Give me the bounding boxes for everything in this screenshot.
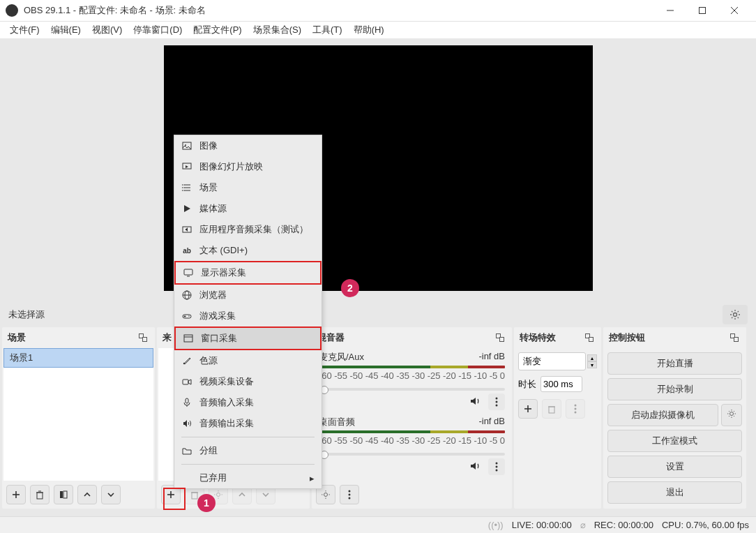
cm-window-capture[interactable]: 窗口采集 bbox=[174, 326, 322, 350]
svg-point-24 bbox=[496, 463, 498, 465]
scene-up-button[interactable] bbox=[77, 485, 97, 504]
menu-help[interactable]: 帮助(H) bbox=[349, 22, 388, 38]
brush-icon bbox=[181, 355, 192, 366]
transition-duration-input[interactable] bbox=[540, 376, 582, 392]
cm-image[interactable]: 图像 bbox=[174, 135, 322, 156]
cm-game-capture[interactable]: 游戏采集 bbox=[174, 306, 322, 326]
network-icon: ((•)) bbox=[488, 520, 504, 530]
virtualcam-config-button[interactable] bbox=[721, 404, 742, 426]
cm-audio-output[interactable]: 音频输出采集 bbox=[174, 413, 322, 434]
mixer-desktop-slider[interactable] bbox=[319, 453, 505, 456]
mixer-desktop-db: -inf dB bbox=[478, 416, 505, 428]
cm-media[interactable]: 媒体源 bbox=[174, 198, 322, 219]
cm-video-capture[interactable]: 视频采集设备 bbox=[174, 371, 322, 392]
scene-remove-button[interactable] bbox=[30, 485, 50, 504]
transition-properties-button[interactable] bbox=[566, 399, 585, 419]
status-live: LIVE: 00:00:00 bbox=[512, 520, 572, 530]
svg-rect-41 bbox=[734, 338, 739, 342]
transitions-dock-icon[interactable] bbox=[583, 331, 596, 344]
slideshow-icon bbox=[181, 161, 192, 172]
menu-profile[interactable]: 配置文件(P) bbox=[189, 22, 245, 38]
rec-icon: ⌀ bbox=[580, 520, 586, 530]
svg-rect-53 bbox=[184, 269, 192, 275]
controls-dock-icon[interactable] bbox=[728, 331, 741, 344]
svg-rect-1 bbox=[700, 8, 706, 14]
svg-point-27 bbox=[324, 493, 328, 497]
controls-panel: 控制按钮 开始直播 开始录制 启动虚拟摄像机 工作室模式 设置 退出 bbox=[603, 327, 746, 509]
menu-edit[interactable]: 编辑(E) bbox=[47, 22, 85, 38]
menu-docks[interactable]: 停靠窗口(D) bbox=[129, 22, 186, 38]
transitions-panel-title: 转场特效 bbox=[520, 331, 556, 344]
transition-spin[interactable]: ▴▾ bbox=[587, 354, 597, 368]
mixer-mic-mute-icon[interactable] bbox=[469, 395, 481, 410]
mixer-ticks: -60-55-50-45-40-35-30-25-20-15-10-50 bbox=[319, 435, 505, 446]
menu-scene-collection[interactable]: 场景集合(S) bbox=[249, 22, 305, 38]
mixer-desktop-menu-button[interactable] bbox=[488, 458, 505, 475]
svg-point-18 bbox=[217, 493, 220, 497]
menu-file[interactable]: 文件(F) bbox=[6, 22, 44, 38]
window-title: OBS 29.1.1 - 配置文件: 未命名 - 场景: 未命名 bbox=[24, 4, 654, 17]
scene-item[interactable]: 场景1 bbox=[3, 348, 153, 368]
transitions-panel: 转场特效 渐变 ▴▾ 时长 bbox=[514, 327, 601, 509]
svg-rect-12 bbox=[60, 491, 63, 498]
mixer-mic-menu-button[interactable] bbox=[488, 393, 505, 410]
start-recording-button[interactable]: 开始录制 bbox=[607, 378, 742, 400]
start-virtualcam-button[interactable]: 启动虚拟摄像机 bbox=[607, 404, 718, 426]
scenes-dock-icon[interactable] bbox=[137, 331, 149, 344]
svg-point-4 bbox=[734, 313, 737, 317]
mixer-item-desktop: 桌面音频-inf dB -60-55-50-45-40-35-30-25-20-… bbox=[313, 413, 511, 478]
studio-mode-button[interactable]: 工作室模式 bbox=[607, 430, 742, 452]
cm-browser[interactable]: 浏览器 bbox=[174, 285, 322, 306]
mixer-desktop-mute-icon[interactable] bbox=[469, 460, 481, 474]
cm-group[interactable]: 分组 bbox=[174, 440, 322, 461]
svg-rect-32 bbox=[589, 338, 594, 342]
svg-rect-62 bbox=[184, 335, 192, 342]
window-titlebar: OBS 29.1.1 - 配置文件: 未命名 - 场景: 未命名 bbox=[0, 0, 756, 22]
mixer-menu-button[interactable] bbox=[340, 485, 359, 504]
close-button[interactable] bbox=[718, 0, 750, 22]
exit-button[interactable]: 退出 bbox=[607, 481, 742, 504]
controls-panel-title: 控制按钮 bbox=[609, 331, 645, 344]
mixer-mic-label: 麦克风/Aux bbox=[319, 351, 364, 363]
status-bar: ((•)) LIVE: 00:00:00 ⌀ REC: 00:00:00 CPU… bbox=[0, 516, 756, 533]
transition-add-button[interactable] bbox=[518, 399, 538, 419]
transition-remove-button[interactable] bbox=[542, 399, 561, 419]
scene-add-button[interactable] bbox=[6, 485, 26, 504]
menu-view[interactable]: 视图(V) bbox=[88, 22, 126, 38]
svg-point-61 bbox=[188, 315, 190, 317]
svg-rect-20 bbox=[500, 338, 504, 342]
svg-point-50 bbox=[182, 187, 183, 188]
svg-point-21 bbox=[496, 398, 498, 400]
preview-area bbox=[0, 38, 756, 302]
cm-scene[interactable]: 场景 bbox=[174, 177, 322, 198]
cm-color-source[interactable]: 色源 bbox=[174, 350, 322, 371]
cm-app-audio[interactable]: 应用程序音频采集（测试） bbox=[174, 219, 322, 240]
cm-display-capture[interactable]: 显示器采集 bbox=[174, 261, 322, 285]
svg-point-37 bbox=[575, 405, 577, 407]
scene-filter-button[interactable] bbox=[54, 485, 73, 504]
svg-rect-65 bbox=[183, 380, 188, 384]
mixer-mic-slider[interactable] bbox=[319, 388, 505, 391]
cm-slideshow[interactable]: 图像幻灯片放映 bbox=[174, 156, 322, 177]
transition-select[interactable]: 渐变 bbox=[518, 352, 586, 370]
minimize-button[interactable] bbox=[654, 0, 686, 22]
cm-deprecated[interactable]: 已弃用▸ bbox=[174, 467, 322, 488]
submenu-arrow-icon: ▸ bbox=[310, 473, 315, 483]
start-streaming-button[interactable]: 开始直播 bbox=[607, 352, 742, 375]
menu-bar: 文件(F) 编辑(E) 视图(V) 停靠窗口(D) 配置文件(P) 场景集合(S… bbox=[0, 22, 756, 38]
cm-text-gdi[interactable]: ab文本 (GDI+) bbox=[174, 240, 322, 261]
settings-button[interactable]: 设置 bbox=[607, 456, 742, 478]
add-source-context-menu: 图像 图像幻灯片放映 场景 媒体源 应用程序音频采集（测试） ab文本 (GDI… bbox=[174, 135, 322, 489]
window-icon bbox=[183, 333, 194, 344]
app-audio-icon bbox=[181, 224, 192, 235]
transition-duration-label: 时长 bbox=[518, 378, 536, 391]
annotation-badge-1: 1 bbox=[197, 494, 216, 512]
source-properties-button[interactable] bbox=[723, 305, 748, 324]
scene-down-button[interactable] bbox=[101, 485, 121, 504]
maximize-button[interactable] bbox=[686, 0, 718, 22]
svg-rect-6 bbox=[143, 338, 147, 342]
menu-separator bbox=[181, 464, 315, 465]
mixer-dock-icon[interactable] bbox=[494, 331, 506, 344]
cm-audio-input[interactable]: 音频输入采集 bbox=[174, 392, 322, 413]
menu-tools[interactable]: 工具(T) bbox=[308, 22, 347, 38]
